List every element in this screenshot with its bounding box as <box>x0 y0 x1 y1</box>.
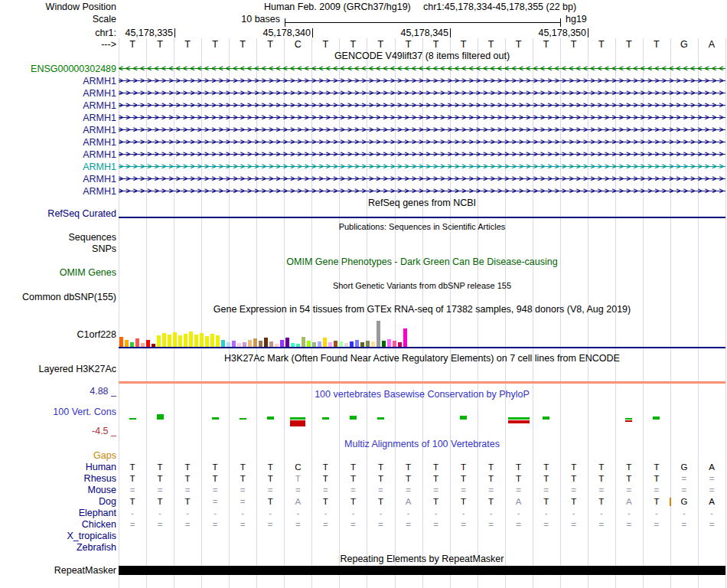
gtex-track-title[interactable]: Gene Expression in 54 tissues from GTEx … <box>119 304 725 315</box>
publications-track-title[interactable]: Publications: Sequences in Scientific Ar… <box>119 222 725 231</box>
gene-label[interactable]: ENSG00000302489 <box>31 64 116 74</box>
repeatmasker-label[interactable]: RepeatMasker <box>54 565 116 576</box>
gtex-bar[interactable] <box>355 340 359 347</box>
common-dbsnp-label[interactable]: Common dbSNP(155) <box>22 292 116 302</box>
gtex-gene-label[interactable]: C1orf228 <box>77 329 116 340</box>
repeatmasker-track-title[interactable]: Repeating Elements by RepeatMasker <box>119 554 725 564</box>
base-letter: C <box>284 39 311 50</box>
gencode-track-title[interactable]: GENCODE V49lift37 (8 items filtered out) <box>119 51 725 61</box>
gtex-bar[interactable] <box>285 338 289 347</box>
snps-label[interactable]: SNPs <box>92 243 116 254</box>
gtex-bar[interactable] <box>393 341 396 347</box>
species-label[interactable]: Rhesus <box>84 473 116 484</box>
gene-label[interactable]: ARMH1 <box>83 88 116 99</box>
gene-row[interactable]: ARMH1>>>>>>>>>>>>>>>>>>>>>>>>>>>>>>>>>>>… <box>0 75 727 87</box>
gene-label[interactable]: ARMH1 <box>83 162 116 172</box>
gtex-bar[interactable] <box>135 338 139 347</box>
gtex-bar[interactable] <box>232 341 236 347</box>
gtex-bar[interactable] <box>382 341 386 347</box>
gtex-bar[interactable] <box>366 341 370 347</box>
gene-row[interactable]: ARMH1>>>>>>>>>>>>>>>>>>>>>>>>>>>>>>>>>>>… <box>0 161 727 173</box>
gtex-bar[interactable] <box>125 340 129 347</box>
gtex-bar[interactable] <box>184 334 187 347</box>
gene-label[interactable]: ARMH1 <box>83 137 116 148</box>
species-label[interactable]: Chicken <box>82 519 116 530</box>
h3k27ac-track-title[interactable]: H3K27Ac Mark (Often Found Near Active Re… <box>119 353 725 364</box>
gene-row[interactable]: ARMH1>>>>>>>>>>>>>>>>>>>>>>>>>>>>>>>>>>>… <box>0 173 727 185</box>
gtex-bar[interactable] <box>200 333 204 347</box>
gtex-bar[interactable] <box>119 337 123 347</box>
gtex-bar[interactable] <box>323 338 327 347</box>
species-label[interactable]: Zebrafish <box>77 542 116 553</box>
gene-row[interactable]: ARMH1>>>>>>>>>>>>>>>>>>>>>>>>>>>>>>>>>>>… <box>0 87 727 100</box>
gtex-bar[interactable] <box>280 340 284 347</box>
sequences-label[interactable]: Sequences <box>68 232 116 243</box>
h3k27ac-signal[interactable] <box>119 381 725 384</box>
gtex-bar[interactable] <box>216 335 220 347</box>
gtex-bar[interactable] <box>168 335 171 347</box>
gtex-bar[interactable] <box>259 341 262 347</box>
layered-h3k27ac-label[interactable]: Layered H3K27Ac <box>39 364 116 374</box>
alignment-base: - <box>146 508 174 519</box>
gtex-bar[interactable] <box>269 341 273 347</box>
phylop-track-title[interactable]: 100 vertebrates Basewise Conservation by… <box>119 389 725 400</box>
gtex-bar[interactable] <box>205 336 209 347</box>
gtex-bar[interactable] <box>377 321 380 347</box>
gtex-bar[interactable] <box>264 338 268 347</box>
gtex-bar[interactable] <box>253 338 257 347</box>
gtex-bar[interactable] <box>157 335 161 347</box>
gene-chevrons: >>>>>>>>>>>>>>>>>>>>>>>>>>>>>>>>>>>>>>>>… <box>119 136 725 148</box>
species-label[interactable]: Human <box>86 462 116 472</box>
refseq-track-title[interactable]: RefSeq genes from NCBI <box>119 198 725 208</box>
gtex-bar[interactable] <box>350 341 354 347</box>
gene-label[interactable]: ARMH1 <box>83 149 116 160</box>
gtex-bar[interactable] <box>189 332 193 347</box>
species-label[interactable]: X_tropicalis <box>67 531 116 541</box>
gene-label[interactable]: ARMH1 <box>83 113 116 123</box>
gtex-bar[interactable] <box>248 340 252 347</box>
gtex-bar[interactable] <box>302 337 305 347</box>
refseq-dense-item[interactable] <box>119 217 725 218</box>
omim-genes-label[interactable]: OMIM Genes <box>60 267 116 278</box>
gene-label[interactable]: ARMH1 <box>83 100 116 111</box>
alignment-base: = <box>229 519 256 531</box>
gtex-bar[interactable] <box>194 335 198 347</box>
window-position-label: Window Position <box>46 2 116 12</box>
gtex-bar[interactable] <box>173 332 177 347</box>
gtex-bar[interactable] <box>162 333 166 347</box>
gtex-bar[interactable] <box>339 341 343 347</box>
alignment-base: - <box>450 508 478 519</box>
gene-row[interactable]: ARMH1>>>>>>>>>>>>>>>>>>>>>>>>>>>>>>>>>>>… <box>0 149 727 161</box>
gene-row[interactable]: ARMH1>>>>>>>>>>>>>>>>>>>>>>>>>>>>>>>>>>>… <box>0 185 727 198</box>
gtex-bar[interactable] <box>334 341 337 347</box>
omim-track-title[interactable]: OMIM Gene Phenotypes - Dark Green Can Be… <box>119 256 725 267</box>
gtex-bar[interactable] <box>403 328 407 347</box>
multiz-track-title[interactable]: Multiz Alignments of 100 Vertebrates <box>119 439 725 449</box>
gene-label[interactable]: ARMH1 <box>83 186 116 197</box>
gene-row[interactable]: ENSG00000302489<<<<<<<<<<<<<<<<<<<<<<<<<… <box>0 63 727 75</box>
vert-cons-label[interactable]: 100 Vert. Cons <box>53 407 116 417</box>
gene-row[interactable]: ARMH1>>>>>>>>>>>>>>>>>>>>>>>>>>>>>>>>>>>… <box>0 100 727 112</box>
alignment-row: X_tropicalis <box>0 531 727 542</box>
repeatmasker-item[interactable] <box>119 566 725 575</box>
gene-row[interactable]: ARMH1>>>>>>>>>>>>>>>>>>>>>>>>>>>>>>>>>>>… <box>0 124 727 136</box>
gene-row[interactable]: ARMH1>>>>>>>>>>>>>>>>>>>>>>>>>>>>>>>>>>>… <box>0 136 727 149</box>
gtex-bar[interactable] <box>210 334 214 347</box>
gtex-bar[interactable] <box>387 339 391 347</box>
gtex-bar[interactable] <box>178 335 182 347</box>
dbsnp-track-title[interactable]: Short Genetic Variants from dbSNP releas… <box>119 281 725 290</box>
species-label[interactable]: Dog <box>99 496 116 507</box>
species-label[interactable]: Gaps <box>93 450 116 461</box>
gtex-bar[interactable] <box>371 341 375 347</box>
refseq-curated-label[interactable]: RefSeq Curated <box>47 208 116 219</box>
gene-label[interactable]: ARMH1 <box>83 174 116 185</box>
species-label[interactable]: Elephant <box>79 508 116 518</box>
species-label[interactable]: Mouse <box>87 485 116 495</box>
gene-label[interactable]: ARMH1 <box>83 76 116 87</box>
gene-label[interactable]: ARMH1 <box>83 125 116 136</box>
gtex-bar[interactable] <box>307 341 311 347</box>
gtex-bar[interactable] <box>146 340 150 347</box>
gene-row[interactable]: ARMH1>>>>>>>>>>>>>>>>>>>>>>>>>>>>>>>>>>>… <box>0 112 727 124</box>
gtex-bar[interactable] <box>221 340 225 347</box>
gtex-bar[interactable] <box>318 341 321 347</box>
